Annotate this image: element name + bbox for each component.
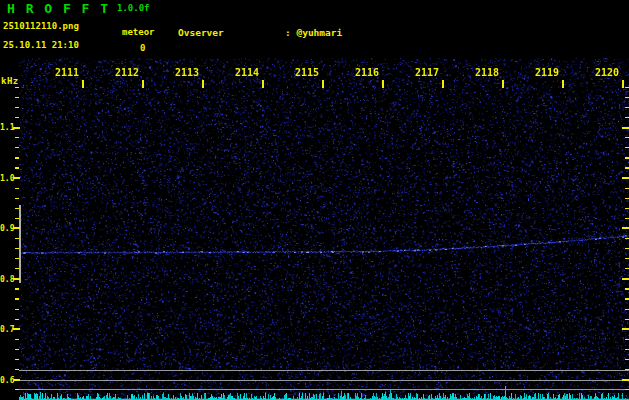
freq-minor-tick-right: [625, 87, 629, 88]
freq-major-tick-right: [622, 127, 629, 129]
time-tick: [262, 80, 264, 88]
filename-label: 2510112110.png: [3, 21, 79, 31]
time-tick-label: 2118: [473, 67, 499, 78]
time-tick-label: 2113: [173, 67, 199, 78]
freq-minor-tick-right: [625, 359, 629, 360]
freq-minor-tick-left: [15, 288, 19, 289]
hrofft-window: H R O F F T 1.0.0f 2510112110.png meteor…: [0, 0, 629, 400]
freq-minor-tick-left: [15, 298, 19, 299]
freq-minor-tick-left: [15, 248, 19, 249]
level-ref-line: [19, 389, 629, 390]
freq-minor-tick-left: [15, 97, 19, 98]
freq-minor-tick-left: [15, 359, 19, 360]
time-tick: [202, 80, 204, 88]
time-tick: [562, 80, 564, 88]
freq-tick-label: 0.6: [0, 376, 13, 385]
level-ref-line: [19, 380, 629, 381]
freq-minor-tick-left: [15, 167, 19, 168]
freq-minor-tick-left: [15, 349, 19, 350]
time-tick-label: 2112: [113, 67, 139, 78]
freq-minor-tick-right: [625, 188, 629, 189]
freq-minor-tick-left: [15, 369, 19, 370]
time-tick: [622, 80, 624, 88]
freq-minor-tick-right: [625, 97, 629, 98]
freq-minor-tick-left: [15, 258, 19, 259]
freq-minor-tick-right: [625, 349, 629, 350]
freq-minor-tick-left: [15, 339, 19, 340]
colon: :: [285, 27, 296, 38]
time-tick-label: 2114: [233, 67, 259, 78]
time-tick: [382, 80, 384, 88]
freq-minor-tick-right: [625, 198, 629, 199]
freq-minor-tick-right: [625, 147, 629, 148]
meteor-label: meteor: [122, 27, 155, 37]
freq-minor-tick-right: [625, 339, 629, 340]
time-tick: [142, 80, 144, 88]
freq-minor-tick-left: [15, 218, 19, 219]
freq-minor-tick-left: [15, 147, 19, 148]
freq-major-tick-left: [13, 127, 20, 129]
freq-major-tick-right: [622, 227, 629, 229]
freq-minor-tick-left: [15, 238, 19, 239]
meteor-count: 0: [140, 43, 145, 53]
freq-minor-tick-right: [625, 137, 629, 138]
time-tick: [442, 80, 444, 88]
freq-major-tick-left: [13, 278, 20, 280]
freq-minor-tick-right: [625, 238, 629, 239]
time-tick-label: 2117: [413, 67, 439, 78]
time-tick-label: 2116: [353, 67, 379, 78]
freq-tick-label: 0.7: [0, 325, 13, 334]
time-tick-label: 2119: [533, 67, 559, 78]
freq-minor-tick-left: [15, 107, 19, 108]
freq-minor-tick-right: [625, 389, 629, 390]
time-tick: [82, 80, 84, 88]
freq-major-tick-right: [622, 177, 629, 179]
info-value: @yuhmari: [296, 27, 342, 38]
time-tick: [322, 80, 324, 88]
freq-minor-tick-right: [625, 167, 629, 168]
freq-minor-tick-right: [625, 369, 629, 370]
freq-major-tick-right: [622, 328, 629, 330]
freq-minor-tick-left: [15, 319, 19, 320]
freq-major-tick-left: [13, 379, 20, 381]
app-version: 1.0.0f: [117, 3, 150, 13]
info-row-observer: Ovserver: @yuhmari: [178, 27, 531, 39]
freq-major-tick-right: [622, 278, 629, 280]
freq-minor-tick-right: [625, 218, 629, 219]
freq-minor-tick-right: [625, 268, 629, 269]
freq-minor-tick-left: [15, 198, 19, 199]
app-title: H R O F F T: [7, 1, 110, 16]
counting-band-marker: [19, 205, 21, 283]
freq-minor-tick-left: [15, 188, 19, 189]
freq-minor-tick-left: [15, 117, 19, 118]
spectrogram-canvas: [19, 58, 629, 400]
freq-minor-tick-right: [625, 107, 629, 108]
freq-major-tick-left: [13, 227, 20, 229]
freq-tick-label: 0.8: [0, 275, 13, 284]
info-label: Ovserver: [178, 27, 285, 39]
freq-minor-tick-right: [625, 248, 629, 249]
freq-minor-tick-left: [15, 157, 19, 158]
datetime-label: 25.10.11 21:10: [3, 40, 79, 50]
time-tick-label: 2111: [53, 67, 79, 78]
freq-tick-label: 1.1: [0, 123, 13, 132]
freq-minor-tick-left: [15, 137, 19, 138]
time-tick-label: 2115: [293, 67, 319, 78]
freq-minor-tick-left: [15, 389, 19, 390]
time-tick-label: 2120: [593, 67, 619, 78]
freq-minor-tick-left: [15, 309, 19, 310]
freq-minor-tick-right: [625, 309, 629, 310]
freq-major-tick-right: [622, 379, 629, 381]
freq-minor-tick-left: [15, 87, 19, 88]
freq-tick-label: 0.9: [0, 224, 13, 233]
freq-minor-tick-right: [625, 288, 629, 289]
freq-minor-tick-right: [625, 258, 629, 259]
freq-minor-tick-right: [625, 157, 629, 158]
freq-minor-tick-right: [625, 319, 629, 320]
freq-major-tick-left: [13, 177, 20, 179]
freq-major-tick-left: [13, 328, 20, 330]
freq-minor-tick-right: [625, 298, 629, 299]
freq-minor-tick-left: [15, 268, 19, 269]
freq-minor-tick-right: [625, 117, 629, 118]
level-ref-line: [19, 370, 629, 371]
